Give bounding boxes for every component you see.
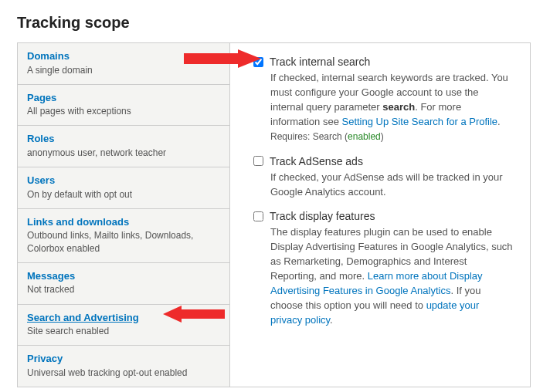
sidebar-item-domains[interactable]: Domains A single domain (18, 43, 229, 85)
option-track-adsense: Track AdSense ads If checked, your AdSen… (253, 155, 513, 200)
sidebar-item-title: Domains (27, 49, 220, 63)
sidebar-item-title: Search and Advertising (27, 311, 220, 325)
sidebar-item-roles[interactable]: Roles anonymous user, network teacher (18, 126, 229, 167)
sidebar-item-sub: Universal web tracking opt-out enabled (27, 367, 220, 379)
sidebar: Domains A single domain Pages All pages … (18, 43, 230, 387)
sidebar-item-search-advertising[interactable]: Search and Advertising Site search enabl… (18, 305, 229, 346)
sidebar-item-users[interactable]: Users On by default with opt out (18, 167, 229, 209)
link-site-search-profile[interactable]: Setting Up Site Search for a Profile (342, 116, 498, 127)
sidebar-item-links-downloads[interactable]: Links and downloads Outbound links, Mail… (18, 209, 229, 263)
option-description: If checked, your AdSense ads will be tra… (270, 171, 513, 200)
sidebar-item-title: Privacy (27, 352, 220, 366)
option-label: Track AdSense ads (270, 155, 363, 167)
sidebar-item-title: Links and downloads (27, 215, 220, 229)
sidebar-item-title: Messages (27, 269, 220, 283)
page-title: Tracking scope (17, 14, 533, 32)
sidebar-item-sub: All pages with exceptions (27, 105, 220, 117)
option-description: The display features plugin can be used … (270, 225, 513, 327)
option-track-display-features: Track display features The display featu… (253, 210, 513, 327)
requires-line: Requires: Search (enabled) (270, 130, 513, 144)
sidebar-item-title: Users (27, 174, 220, 188)
sidebar-item-sub: Not tracked (27, 283, 220, 296)
option-label: Track display features (270, 210, 375, 222)
sidebar-item-sub: On by default with opt out (27, 188, 220, 201)
option-description: If checked, internal search keywords are… (270, 71, 513, 144)
sidebar-item-messages[interactable]: Messages Not tracked (18, 263, 229, 305)
settings-panel: Domains A single domain Pages All pages … (17, 42, 531, 387)
sidebar-item-sub: anonymous user, network teacher (27, 147, 220, 159)
sidebar-item-sub: Site search enabled (27, 325, 220, 337)
checkbox-track-display-features[interactable] (253, 211, 263, 221)
sidebar-item-sub: A single domain (27, 64, 220, 76)
sidebar-item-title: Pages (27, 91, 220, 105)
option-track-internal-search: Track internal search If checked, intern… (253, 56, 513, 144)
sidebar-item-sub: Outbound links, Mailto links, Downloads,… (27, 229, 220, 254)
sidebar-item-title: Roles (27, 132, 220, 146)
sidebar-item-privacy[interactable]: Privacy Universal web tracking opt-out e… (18, 346, 229, 387)
checkbox-track-adsense[interactable] (253, 156, 263, 166)
sidebar-item-pages[interactable]: Pages All pages with exceptions (18, 85, 229, 127)
content-pane: Track internal search If checked, intern… (230, 43, 530, 387)
option-label: Track internal search (270, 56, 370, 68)
checkbox-track-internal-search[interactable] (253, 57, 263, 67)
